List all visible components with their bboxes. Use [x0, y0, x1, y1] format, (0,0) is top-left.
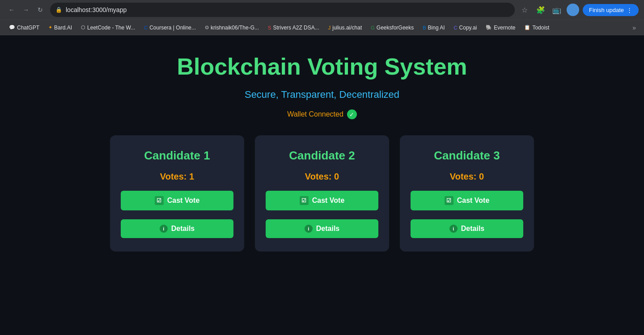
bookmark-evernote[interactable]: 🐘 Evernote	[482, 23, 519, 32]
leetcode-icon: ⬡	[81, 25, 85, 30]
details-label-2: Details	[316, 225, 339, 233]
candidate-3-name: Candidate 3	[434, 149, 500, 163]
bookmark-krishnaik-label: krishnaik06/The-G...	[211, 25, 259, 31]
more-bookmarks-button[interactable]: »	[630, 23, 639, 33]
details-button-2[interactable]: i Details	[266, 219, 378, 238]
bookmark-copyai[interactable]: C Copy.ai	[450, 23, 481, 32]
address-bar[interactable]: 🔒 localhost:3000/myapp	[50, 3, 515, 17]
cast-vote-button-1[interactable]: ☑ Cast Vote	[121, 191, 233, 210]
details-icon-1: i	[160, 225, 168, 233]
bookmark-gfg-label: GeeksforGeeks	[377, 25, 414, 31]
bookmark-julius-label: julius.ai/chat	[332, 25, 362, 31]
browser-chrome: ← → ↻ 🔒 localhost:3000/myapp ☆ 🧩 📺 Finis…	[0, 0, 644, 35]
copyai-icon: C	[454, 25, 458, 30]
wallet-status-text: Wallet Connected	[287, 110, 343, 118]
strivers-icon: S	[268, 25, 271, 30]
bookmarks-bar: 💬 ChatGPT ✦ Bard.AI ⬡ LeetCode - The W..…	[0, 20, 644, 35]
julius-icon: J	[328, 25, 331, 30]
candidate-1-name: Candidate 1	[144, 149, 210, 163]
nav-buttons: ← → ↻	[5, 4, 47, 16]
bookmark-leetcode-label: LeetCode - The W...	[87, 25, 135, 31]
bookmark-todoist-label: Todoist	[532, 25, 549, 31]
wallet-check-icon: ✓	[347, 109, 357, 119]
details-label-1: Details	[171, 225, 195, 233]
candidate-1-votes: Votes: 1	[160, 172, 194, 182]
finish-update-label: Finish update	[589, 7, 624, 13]
cast-vote-button-3[interactable]: ☑ Cast Vote	[411, 191, 523, 210]
candidates-grid: Candidate 1 Votes: 1 ☑ Cast Vote i Detai…	[110, 135, 534, 251]
cast-vote-icon-2: ☑	[300, 196, 309, 205]
details-button-1[interactable]: i Details	[121, 219, 233, 238]
cast-vote-label-1: Cast Vote	[167, 197, 200, 205]
details-icon-3: i	[449, 225, 458, 233]
app-content: Blockchain Voting System Secure, Transpa…	[0, 35, 644, 335]
details-button-3[interactable]: i Details	[411, 219, 523, 238]
reload-button[interactable]: ↻	[34, 4, 47, 16]
chatgpt-icon: 💬	[9, 25, 15, 30]
cast-vote-label-3: Cast Vote	[457, 197, 490, 205]
gfg-icon: G	[371, 25, 375, 30]
lock-icon: 🔒	[55, 7, 62, 13]
bookmark-star-button[interactable]: ☆	[518, 4, 531, 16]
url-text: localhost:3000/myapp	[66, 6, 127, 13]
forward-button[interactable]: →	[20, 4, 32, 16]
bookmark-chatgpt-label: ChatGPT	[17, 25, 39, 31]
candidate-2-name: Candidate 2	[289, 149, 355, 163]
bookmark-bing-label: Bing AI	[428, 25, 445, 31]
details-icon-2: i	[305, 225, 313, 233]
candidate-card-1: Candidate 1 Votes: 1 ☑ Cast Vote i Detai…	[110, 135, 244, 251]
bookmark-chatgpt[interactable]: 💬 ChatGPT	[5, 23, 43, 32]
bookmark-gfg[interactable]: G GeeksforGeeks	[367, 23, 417, 32]
finish-update-chevron: ⋮	[627, 7, 632, 13]
candidate-card-2: Candidate 2 Votes: 0 ☑ Cast Vote i Detai…	[255, 135, 389, 251]
back-button[interactable]: ←	[5, 4, 18, 16]
github-icon: ⊙	[205, 25, 209, 30]
bookmark-bing[interactable]: B Bing AI	[419, 23, 448, 32]
bookmark-evernote-label: Evernote	[494, 25, 515, 31]
cast-vote-button-2[interactable]: ☑ Cast Vote	[266, 191, 378, 210]
todoist-icon: 📋	[524, 25, 530, 30]
details-label-3: Details	[461, 225, 484, 233]
bookmark-krishnaik[interactable]: ⊙ krishnaik06/The-G...	[201, 23, 263, 32]
bing-icon: B	[423, 25, 426, 30]
evernote-icon: 🐘	[486, 25, 492, 30]
bookmark-strivers[interactable]: S Strivers A2Z DSA...	[264, 23, 323, 32]
bookmark-leetcode[interactable]: ⬡ LeetCode - The W...	[77, 23, 139, 32]
coursera-icon: C	[144, 25, 148, 30]
cast-vote-icon-3: ☑	[445, 196, 453, 205]
bookmark-todoist[interactable]: 📋 Todoist	[521, 23, 553, 32]
finish-update-button[interactable]: Finish update ⋮	[583, 4, 639, 16]
bookmark-bard-label: Bard.AI	[54, 25, 72, 31]
toolbar-right: ☆ 🧩 📺 Finish update ⋮	[518, 4, 639, 16]
candidate-3-votes: Votes: 0	[450, 172, 484, 182]
bookmark-copyai-label: Copy.ai	[459, 25, 477, 31]
cast-button[interactable]: 📺	[551, 4, 563, 16]
browser-toolbar: ← → ↻ 🔒 localhost:3000/myapp ☆ 🧩 📺 Finis…	[0, 0, 644, 20]
bookmark-bard[interactable]: ✦ Bard.AI	[45, 23, 76, 32]
bookmark-coursera[interactable]: C Coursera | Online...	[140, 23, 199, 32]
app-title: Blockchain Voting System	[177, 53, 467, 80]
extensions-button[interactable]: 🧩	[534, 4, 547, 16]
app-subtitle: Secure, Transparent, Decentralized	[245, 89, 399, 100]
candidate-2-votes: Votes: 0	[305, 172, 339, 182]
bookmark-coursera-label: Coursera | Online...	[149, 25, 196, 31]
bookmark-julius[interactable]: J julius.ai/chat	[325, 23, 366, 32]
profile-icon[interactable]	[567, 4, 579, 16]
bard-icon: ✦	[48, 25, 52, 30]
cast-vote-label-2: Cast Vote	[312, 197, 345, 205]
wallet-status: Wallet Connected ✓	[287, 109, 357, 119]
cast-vote-icon-1: ☑	[155, 196, 164, 205]
candidate-card-3: Candidate 3 Votes: 0 ☑ Cast Vote i Detai…	[400, 135, 534, 251]
bookmark-strivers-label: Strivers A2Z DSA...	[273, 25, 319, 31]
